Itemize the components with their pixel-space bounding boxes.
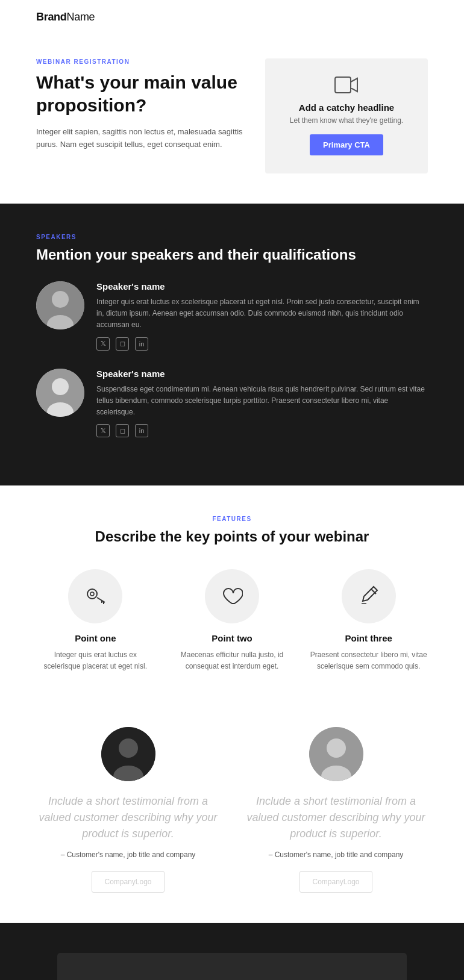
testimonial-avatar-1: [101, 727, 155, 781]
features-section-label: FEATURES: [36, 516, 428, 522]
speakers-section: SPEAKERS Mention your speakers and their…: [0, 204, 464, 485]
instagram-icon[interactable]: ◻: [116, 337, 129, 351]
hero-section: WEBINAR REGISTRATION What's your main va…: [0, 34, 464, 204]
speaker-socials-2: 𝕏 ◻ in: [96, 424, 428, 437]
testimonial-author-2: – Customer's name, job title and company: [269, 850, 404, 859]
svg-point-18: [327, 738, 346, 758]
hero-card-title: Add a catchy headline: [299, 102, 394, 113]
speaker-bio-2: Suspendisse eget condimentum mi. Aenean …: [96, 384, 428, 419]
speaker-socials-1: 𝕏 ◻ in: [96, 337, 428, 351]
feature-item-2: Point two Maecenas efficitur nulla justo…: [173, 569, 292, 672]
hero-description: Integer elit sapien, sagittis non lectus…: [36, 126, 247, 151]
linkedin-icon[interactable]: in: [135, 337, 148, 351]
feature-name-1: Point one: [75, 633, 116, 643]
svg-point-2: [52, 291, 69, 308]
speaker-avatar-1: [36, 281, 84, 329]
speaker-info-1: Speaker's name Integer quis erat luctus …: [96, 281, 428, 351]
feature-desc-1: Integer quis erat luctus ex scelerisque …: [36, 649, 155, 672]
testimonial-author-1: – Customer's name, job title and company: [61, 850, 196, 859]
hero-left: WEBINAR REGISTRATION What's your main va…: [36, 58, 247, 151]
feature-icon-edit: [342, 569, 396, 623]
brand-bold: Brand: [36, 11, 67, 23]
testimonial-item-2: Include a short testimonial from a value…: [244, 727, 428, 893]
feature-item-1: Point one Integer quis erat luctus ex sc…: [36, 569, 155, 672]
twitter-icon-2[interactable]: 𝕏: [96, 424, 110, 437]
speaker-name-1: Speaker's name: [96, 281, 428, 292]
features-grid: Point one Integer quis erat luctus ex sc…: [36, 569, 428, 672]
cta-bottom-section: Rephrase your main value proposition Int…: [0, 923, 464, 981]
testimonial-text-1: Include a short testimonial from a value…: [36, 793, 220, 842]
svg-rect-0: [335, 77, 351, 93]
features-section: FEATURES Describe the key points of your…: [0, 485, 464, 702]
feature-desc-3: Praesent consectetur libero mi, vitae sc…: [309, 649, 428, 672]
svg-point-7: [87, 589, 97, 599]
features-title: Describe the key points of your webinar: [36, 528, 428, 545]
speaker-info-2: Speaker's name Suspendisse eget condimen…: [96, 369, 428, 438]
testimonial-text-2: Include a short testimonial from a value…: [244, 793, 428, 842]
speaker-bio-1: Integer quis erat luctus ex scelerisque …: [96, 296, 428, 331]
hero-title: What's your main value proposition?: [36, 71, 247, 116]
instagram-icon-2[interactable]: ◻: [116, 424, 129, 437]
testimonial-avatar-2: [309, 727, 363, 781]
speaker-item: Speaker's name Integer quis erat luctus …: [36, 281, 428, 351]
speakers-section-label: SPEAKERS: [36, 234, 428, 240]
svg-point-8: [90, 592, 94, 596]
video-icon: [334, 76, 359, 95]
brand-logo[interactable]: BrandName: [36, 11, 428, 23]
svg-point-15: [119, 738, 138, 758]
linkedin-icon-2[interactable]: in: [135, 424, 148, 437]
svg-point-5: [52, 378, 69, 395]
hero-card: Add a catchy headline Let them know what…: [265, 58, 428, 173]
speaker-avatar-2: [36, 369, 84, 417]
hero-section-label: WEBINAR REGISTRATION: [36, 58, 247, 65]
speaker-item: Speaker's name Suspendisse eget condimen…: [36, 369, 428, 438]
company-logo-2: CompanyLogo: [299, 871, 372, 893]
feature-item-3: Point three Praesent consectetur libero …: [309, 569, 428, 672]
svg-line-9: [97, 598, 105, 602]
feature-name-2: Point two: [212, 633, 252, 643]
brand-light: Name: [67, 11, 95, 23]
hero-card-subtitle: Let them know what they're getting.: [290, 116, 403, 125]
testimonials-section: Include a short testimonial from a value…: [0, 703, 464, 923]
feature-icon-key: [68, 569, 122, 623]
cta-inner-box: Rephrase your main value proposition Int…: [57, 953, 407, 981]
feature-icon-heart: [205, 569, 259, 623]
twitter-icon[interactable]: 𝕏: [96, 337, 110, 351]
speakers-title: Mention your speakers and their qualific…: [36, 246, 428, 263]
hero-cta-button[interactable]: Primary CTA: [310, 134, 383, 155]
feature-name-3: Point three: [345, 633, 392, 643]
speaker-name-2: Speaker's name: [96, 369, 428, 379]
company-logo-1: CompanyLogo: [92, 871, 164, 893]
feature-desc-2: Maecenas efficitur nulla justo, id conse…: [173, 649, 292, 672]
testimonial-item-1: Include a short testimonial from a value…: [36, 727, 220, 893]
header: BrandName: [0, 0, 464, 34]
